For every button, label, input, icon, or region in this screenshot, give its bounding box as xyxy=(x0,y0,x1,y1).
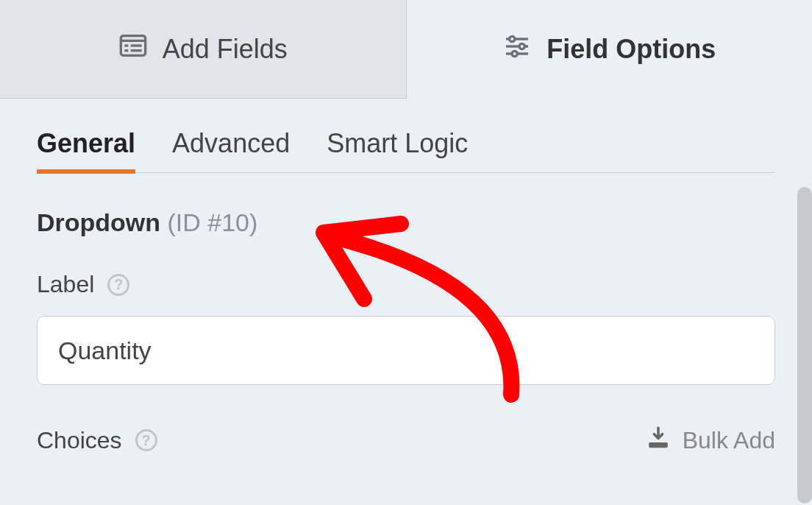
subtab-advanced[interactable]: Advanced xyxy=(172,128,290,172)
bulk-add-label: Bulk Add xyxy=(683,427,775,454)
svg-rect-12 xyxy=(649,442,668,448)
label-title: Label xyxy=(37,271,94,298)
svg-point-11 xyxy=(512,51,517,56)
svg-point-7 xyxy=(510,36,515,41)
tab-add-fields[interactable]: Add Fields xyxy=(0,0,407,99)
help-icon[interactable]: ? xyxy=(135,429,157,451)
sliders-icon xyxy=(502,32,532,68)
tab-field-options-label: Field Options xyxy=(546,34,716,65)
field-type-label: Dropdown xyxy=(37,208,160,236)
subtab-general[interactable]: General xyxy=(37,128,135,172)
label-input[interactable] xyxy=(37,316,775,385)
list-icon xyxy=(118,31,148,67)
field-heading: Dropdown (ID #10) xyxy=(37,208,775,237)
bulk-add-button[interactable]: Bulk Add xyxy=(646,425,775,456)
scrollbar[interactable] xyxy=(797,187,812,504)
help-icon[interactable]: ? xyxy=(107,274,129,296)
subtab-smart-logic[interactable]: Smart Logic xyxy=(327,128,468,172)
tab-add-fields-label: Add Fields xyxy=(163,34,288,65)
field-id-label: (ID #10) xyxy=(168,208,258,236)
download-icon xyxy=(646,425,671,456)
choices-title: Choices xyxy=(37,427,122,454)
tab-field-options[interactable]: Field Options xyxy=(407,0,813,99)
svg-point-9 xyxy=(519,43,524,49)
